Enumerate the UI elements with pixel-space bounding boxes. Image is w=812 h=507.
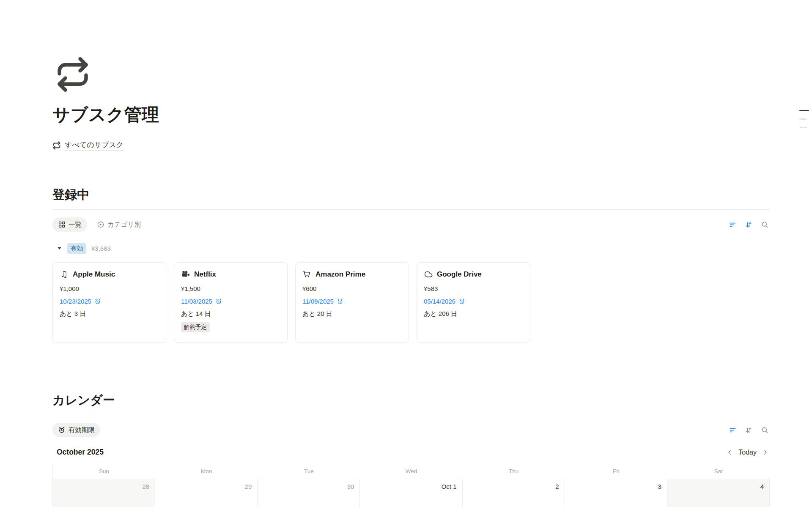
card-days-remaining: あと 20 日 xyxy=(302,310,402,318)
search-icon[interactable] xyxy=(761,426,769,434)
view-tab-一覧[interactable]: 一覧 xyxy=(52,217,87,232)
music-icon: ♫ xyxy=(60,270,69,279)
movie-camera-icon xyxy=(181,270,190,279)
calendar-day-cell[interactable]: 30 xyxy=(258,479,360,507)
section-registered: 登録中 一覧カテゴリ別 有効 ¥3,683 ♫Apple Music¥1,000… xyxy=(52,186,770,343)
cart-icon xyxy=(302,270,311,279)
card-renewal-date-row: 10/23/2025 xyxy=(60,298,159,305)
calendar-heading: カレンダー xyxy=(52,392,770,415)
outline-line xyxy=(799,118,807,120)
calendar-day-number: 3 xyxy=(658,483,661,490)
calendar-month-label: October 2025 xyxy=(57,448,104,457)
group-status-badge: 有効 xyxy=(67,243,86,254)
search-icon[interactable] xyxy=(761,221,769,229)
group-header-active: 有効 ¥3,683 xyxy=(57,243,770,254)
view-tab-label: 有効期限 xyxy=(69,426,95,435)
group-total-amount: ¥3,683 xyxy=(91,245,111,252)
calendar-day-cell[interactable]: 3 xyxy=(565,479,667,507)
calendar-day-number: Oct 1 xyxy=(442,483,457,490)
day-header-sun: Sun xyxy=(53,463,155,479)
calendar-day-number: 29 xyxy=(245,483,252,490)
card-title-row: ♫Apple Music xyxy=(60,270,159,279)
filter-icon[interactable] xyxy=(729,426,737,434)
view-tab-有効期限[interactable]: 有効期限 xyxy=(52,423,100,437)
day-header-fri: Fri xyxy=(565,463,667,479)
card-days-remaining: あと 206 日 xyxy=(424,310,523,318)
calendar-day-number: 4 xyxy=(760,483,764,490)
card-title-row: Google Drive xyxy=(424,270,523,279)
card-price: ¥600 xyxy=(302,285,402,292)
calendar-day-cell[interactable]: 4 xyxy=(667,479,770,507)
cloud-icon xyxy=(424,270,433,279)
subscription-card-apple-music[interactable]: ♫Apple Music¥1,00010/23/2025あと 3 日 xyxy=(52,262,166,343)
registered-heading: 登録中 xyxy=(52,186,770,210)
calendar-day-cell[interactable]: 2 xyxy=(463,479,565,507)
chevron-right-icon[interactable] xyxy=(762,449,769,456)
card-title-row: Amazon Prime xyxy=(302,270,402,279)
card-renewal-date: 10/23/2025 xyxy=(60,298,91,305)
section-calendar: カレンダー 有効期限 October 2025 Today SunMonTueW… xyxy=(52,392,770,507)
group-collapse-toggle-icon[interactable] xyxy=(57,246,62,251)
view-tab-label: 一覧 xyxy=(69,220,82,229)
registered-view-bar: 一覧カテゴリ別 xyxy=(52,217,770,232)
card-renewal-date-row: 05/14/2026 xyxy=(424,298,523,305)
calendar-toolbar xyxy=(729,426,770,434)
calendar-day-number: 2 xyxy=(555,483,559,490)
card-name: Google Drive xyxy=(437,270,482,279)
card-renewal-date: 11/09/2025 xyxy=(302,298,334,305)
registered-toolbar xyxy=(729,221,770,229)
card-price: ¥1,000 xyxy=(60,285,159,292)
chevron-left-icon[interactable] xyxy=(726,449,733,456)
repeat-icon xyxy=(52,141,61,150)
outline-indicator[interactable] xyxy=(799,110,810,135)
alarm-icon xyxy=(94,298,101,305)
card-title-row: Netflix xyxy=(181,270,280,279)
registered-view-tabs: 一覧カテゴリ別 xyxy=(52,217,146,232)
card-days-remaining: あと 3 日 xyxy=(60,310,159,318)
day-header-sat: Sat xyxy=(667,463,770,479)
card-renewal-date: 11/03/2025 xyxy=(181,298,212,305)
sort-icon[interactable] xyxy=(745,426,753,434)
calendar-navigation: Today xyxy=(726,449,770,456)
alarm-icon xyxy=(215,298,222,305)
subscription-card-google-drive[interactable]: Google Drive¥58305/14/2026あと 206 日 xyxy=(417,262,530,343)
card-name: Netflix xyxy=(194,270,216,279)
calendar-day-cell[interactable]: 29 xyxy=(155,479,258,507)
calendar-view-bar: 有効期限 xyxy=(52,422,770,438)
card-renewal-date-row: 11/09/2025 xyxy=(302,298,402,305)
calendar-day-number: 30 xyxy=(347,483,354,490)
alarm-icon xyxy=(458,298,465,305)
today-button[interactable]: Today xyxy=(738,449,757,456)
view-tab-カテゴリ別[interactable]: カテゴリ別 xyxy=(91,217,146,232)
sort-icon[interactable] xyxy=(745,221,753,229)
calendar-day-cell[interactable]: Oct 1 xyxy=(360,479,462,507)
calendar-day-cell[interactable]: 28 xyxy=(53,479,155,507)
filter-icon[interactable] xyxy=(729,221,737,229)
calendar-header: October 2025 Today xyxy=(52,448,770,457)
linked-database-link[interactable]: すべてのサブスク xyxy=(52,140,123,151)
card-renewal-date: 05/14/2026 xyxy=(424,298,455,305)
card-price: ¥1,500 xyxy=(181,285,280,292)
outline-line xyxy=(799,127,807,128)
calendar-week-row: 282930Oct 1234 xyxy=(52,479,770,507)
alarm-icon xyxy=(337,298,343,305)
day-header-mon: Mon xyxy=(155,463,258,479)
calendar-view-tabs: 有効期限 xyxy=(52,423,100,437)
card-price: ¥583 xyxy=(424,285,523,292)
subscription-card-amazon-prime[interactable]: Amazon Prime¥60011/09/2025あと 20 日 xyxy=(295,262,409,343)
alarm-dark-icon xyxy=(58,426,66,434)
card-cancel-badge: 解約予定 xyxy=(181,322,210,332)
day-header-tue: Tue xyxy=(258,463,360,479)
card-name: Apple Music xyxy=(73,270,115,279)
day-header-thu: Thu xyxy=(463,463,565,479)
page-repeat-icon[interactable] xyxy=(55,57,91,92)
card-renewal-date-row: 11/03/2025 xyxy=(181,298,280,305)
calendar-day-headers: SunMonTueWedThuFriSat xyxy=(52,463,770,479)
subscription-cards: ♫Apple Music¥1,00010/23/2025あと 3 日Netfli… xyxy=(52,262,770,343)
page: サブスク管理 すべてのサブスク 登録中 一覧カテゴリ別 有効 ¥3,683 ♫A… xyxy=(0,57,812,507)
subscription-card-netflix[interactable]: Netflix¥1,50011/03/2025あと 14 日解約予定 xyxy=(174,262,288,343)
grid-icon xyxy=(58,221,66,228)
circle-down-icon xyxy=(97,221,104,228)
day-header-wed: Wed xyxy=(360,463,462,479)
linked-database-label: すべてのサブスク xyxy=(65,140,123,151)
